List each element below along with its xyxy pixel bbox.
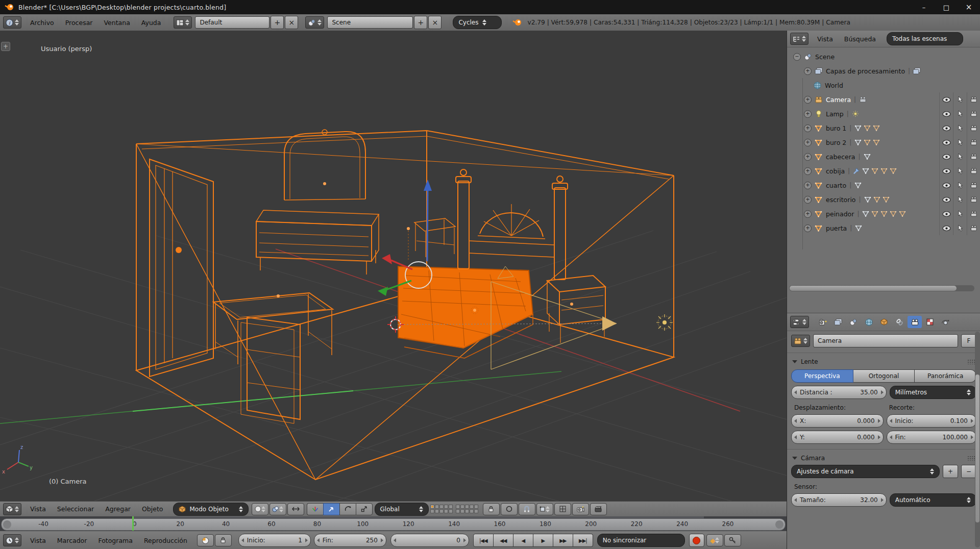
object-name[interactable]: Lamp <box>826 110 844 118</box>
object-name[interactable]: buro 1 <box>826 124 846 132</box>
layer-cell[interactable] <box>444 509 448 513</box>
menu-item-vista[interactable]: Vista <box>812 35 839 43</box>
expand-toggle[interactable]: + <box>804 224 812 232</box>
add-layout-button[interactable]: + <box>271 16 284 29</box>
layer-cell[interactable] <box>456 509 460 513</box>
manipulator-translate-button[interactable] <box>323 503 339 515</box>
editor-type-info-button[interactable]: i <box>3 16 21 29</box>
expand-toggle[interactable]: + <box>804 167 812 175</box>
panel-grip-icon[interactable] <box>967 359 975 364</box>
frame-tickbar[interactable]: -40-200204060801001201401601802002202402… <box>1 518 786 531</box>
expand-toggle[interactable]: + <box>804 210 812 218</box>
selectability-toggle[interactable] <box>953 192 967 207</box>
outliner-row-world[interactable]: World <box>787 78 980 92</box>
sensor-fit-select[interactable]: Automático <box>890 493 976 507</box>
layer-cell[interactable] <box>460 509 464 513</box>
properties-tab-scene[interactable] <box>846 316 861 328</box>
object-name[interactable]: cabecera <box>826 153 855 161</box>
snap-button[interactable] <box>519 503 535 515</box>
minimize-button[interactable]: – <box>913 0 935 14</box>
shading-button[interactable] <box>270 503 286 515</box>
expand-toggle[interactable]: + <box>804 110 812 118</box>
scene-browse-button[interactable] <box>305 16 324 29</box>
opengl-render-button[interactable] <box>572 503 589 515</box>
visibility-toggle[interactable] <box>939 92 953 107</box>
visibility-toggle[interactable] <box>939 192 953 207</box>
visibility-toggle[interactable] <box>939 221 953 235</box>
layout-name-field[interactable]: Default <box>195 16 270 29</box>
selectability-toggle[interactable] <box>953 178 967 192</box>
manipulator-rotate-button[interactable] <box>339 503 356 515</box>
selectability-toggle[interactable] <box>953 121 967 135</box>
render-toggle[interactable] <box>967 164 980 178</box>
object-name[interactable]: Camera <box>826 96 851 104</box>
render-border-button[interactable] <box>554 503 571 515</box>
visibility-toggle[interactable] <box>939 207 953 221</box>
outliner-hscrollbar[interactable] <box>789 285 974 291</box>
add-scene-button[interactable]: + <box>414 16 427 29</box>
clip-end-field[interactable]: Fin: 100.000 <box>887 431 976 444</box>
editor-type-outliner-button[interactable] <box>790 33 808 45</box>
decrement-icon[interactable] <box>794 435 797 439</box>
remove-preset-button[interactable]: − <box>961 465 976 478</box>
outliner-row-escritorio[interactable]: +escritorio| <box>787 192 980 207</box>
menu-item-b-squeda[interactable]: Búsqueda <box>839 35 881 43</box>
increment-icon[interactable] <box>971 419 973 423</box>
properties-tab-world[interactable] <box>862 316 876 328</box>
object-name[interactable]: peinador <box>826 210 854 218</box>
object-name[interactable]: cobija <box>826 167 845 175</box>
layer-cell[interactable] <box>439 509 444 513</box>
decrement-icon[interactable] <box>794 390 797 394</box>
jump-start-button[interactable]: |◀◀ <box>473 534 494 547</box>
render-toggle[interactable] <box>967 207 980 221</box>
visibility-toggle[interactable] <box>939 107 953 121</box>
layer-cell[interactable] <box>435 505 439 509</box>
visibility-toggle[interactable] <box>939 164 953 178</box>
expand-toggle[interactable]: + <box>804 67 812 75</box>
properties-tab-render[interactable] <box>816 316 830 328</box>
layer-cell[interactable] <box>444 505 448 509</box>
layer-cell[interactable] <box>449 509 453 513</box>
object-name[interactable]: escritorio <box>826 196 856 204</box>
snap-element-button[interactable] <box>536 503 553 515</box>
menu-item-seleccionar[interactable]: Seleccionar <box>52 505 100 513</box>
menu-item-reproducci-n[interactable]: Reproducción <box>138 537 193 544</box>
increment-icon[interactable] <box>881 498 884 502</box>
decrement-icon[interactable] <box>394 538 396 542</box>
frame-start-field[interactable]: Inicio: 1 <box>238 534 311 547</box>
render-toggle[interactable] <box>967 221 980 235</box>
play-button[interactable]: ▶ <box>533 534 553 547</box>
render-toggle[interactable] <box>967 149 980 164</box>
layer-cell[interactable] <box>474 505 478 509</box>
expand-toggle[interactable]: + <box>804 124 812 132</box>
layer-cell[interactable] <box>430 505 434 509</box>
increment-icon[interactable] <box>878 419 880 423</box>
focal-length-field[interactable]: Distancia : 35.00 <box>791 386 887 399</box>
menu-item-fotograma[interactable]: Fotograma <box>92 537 138 544</box>
camera-panel-header[interactable]: Cámara <box>792 455 975 462</box>
outliner-row-lamp[interactable]: +Lamp| <box>787 107 980 121</box>
decrement-icon[interactable] <box>890 435 892 439</box>
outliner-row-puerta[interactable]: +puerta| <box>787 221 980 235</box>
expand-toggle[interactable]: + <box>804 182 812 189</box>
object-name[interactable]: puerta <box>826 224 847 232</box>
camera-preset-select[interactable]: Ajustes de cámara <box>791 465 940 478</box>
lock-button[interactable] <box>215 534 232 546</box>
proportional-edit-button[interactable] <box>501 503 518 515</box>
menu-item-ayuda[interactable]: Ayuda <box>136 19 167 27</box>
lens-panel-header[interactable]: Lente <box>792 358 975 365</box>
editor-type-properties-button[interactable] <box>790 316 809 328</box>
layer-cell[interactable] <box>430 509 434 513</box>
properties-tab-camera-data[interactable] <box>908 316 922 328</box>
add-preset-button[interactable]: + <box>943 465 958 478</box>
visibility-toggle[interactable] <box>939 149 953 164</box>
outliner-row-camera[interactable]: +Camera| <box>787 92 980 107</box>
outliner-row-peinador[interactable]: +peinador| <box>787 207 980 221</box>
fake-user-button[interactable]: F <box>961 334 976 347</box>
menu-item-vista[interactable]: Vista <box>24 505 52 513</box>
camera-datablock-browse[interactable] <box>791 335 810 347</box>
clip-start-field[interactable]: Inicio: 0.100 <box>887 414 976 428</box>
scroll-thumb[interactable] <box>790 286 957 291</box>
render-toggle[interactable] <box>967 192 980 207</box>
editor-type-3dview-button[interactable] <box>3 503 21 515</box>
